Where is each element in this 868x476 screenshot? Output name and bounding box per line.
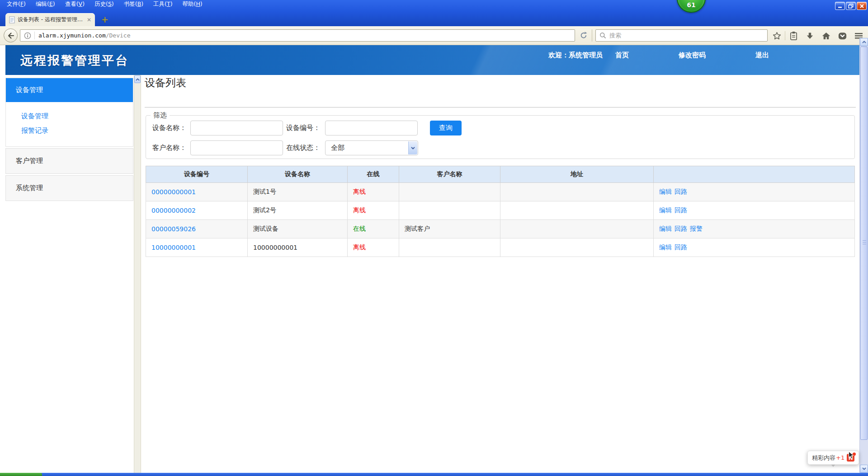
device-id-link[interactable]: 00000000002 bbox=[151, 207, 196, 214]
action-link-edit[interactable]: 编辑 bbox=[659, 243, 672, 251]
customer-name-input[interactable] bbox=[190, 140, 283, 155]
device-name-label: 设备名称： bbox=[152, 121, 186, 135]
close-button[interactable] bbox=[857, 2, 867, 10]
promo-text: 精彩内容 bbox=[812, 454, 835, 462]
search-box[interactable] bbox=[595, 29, 768, 42]
site-info-icon bbox=[24, 32, 31, 39]
url-bar[interactable]: alarm.xjymunion.com/Device bbox=[20, 29, 575, 42]
device-table: 设备编号 设备名称 在线 客户名称 地址 00000000001 测试1号 离线… bbox=[146, 166, 855, 257]
start-button-edge[interactable] bbox=[0, 473, 42, 476]
menu-view[interactable]: 查看(V) bbox=[60, 0, 90, 9]
back-button[interactable] bbox=[4, 28, 18, 42]
col-address: 地址 bbox=[500, 166, 654, 183]
change-password-link[interactable]: 修改密码 bbox=[679, 51, 706, 60]
sidebar-section-device-management[interactable]: 设备管理 bbox=[6, 78, 133, 102]
scroll-up-button[interactable] bbox=[860, 38, 868, 46]
menu-history[interactable]: 历史(S) bbox=[90, 0, 119, 9]
home-button[interactable] bbox=[818, 29, 834, 42]
action-link-edit[interactable]: 编辑 bbox=[659, 188, 672, 195]
home-icon bbox=[821, 32, 831, 40]
notification-badge[interactable]: 61 bbox=[677, 0, 706, 13]
search-icon bbox=[599, 32, 606, 39]
col-device-name: 设备名称 bbox=[248, 166, 348, 183]
tab-close-icon[interactable]: ✕ bbox=[87, 17, 91, 23]
sidebar-section-system-management[interactable]: 系统管理 bbox=[5, 175, 133, 201]
action-link-edit[interactable]: 编辑 bbox=[659, 225, 672, 232]
select-arrow-button[interactable] bbox=[408, 141, 417, 154]
minimize-icon bbox=[838, 4, 843, 8]
filter-legend: 筛选 bbox=[151, 111, 170, 120]
device-id-link[interactable]: 00000059026 bbox=[151, 225, 196, 233]
status-badge: 离线 bbox=[353, 188, 366, 195]
customer-cell bbox=[399, 183, 500, 201]
action-link-circuit[interactable]: 回路 bbox=[675, 225, 687, 232]
device-name-cell: 测试2号 bbox=[248, 201, 348, 220]
device-no-input[interactable] bbox=[325, 121, 418, 135]
tab-title: 设备列表 - 远程报警管理… bbox=[18, 16, 85, 23]
pocket-icon bbox=[838, 31, 847, 41]
toolbar-icons bbox=[769, 29, 867, 42]
col-device-id: 设备编号 bbox=[146, 166, 248, 183]
browser-tab[interactable]: 设备列表 - 远程报警管理… ✕ bbox=[5, 13, 95, 26]
bookmarks-menu-button[interactable] bbox=[785, 29, 802, 42]
menu-edit[interactable]: 编辑(E) bbox=[31, 0, 60, 9]
promo-count: +1 bbox=[836, 454, 844, 461]
title-divider bbox=[145, 107, 856, 107]
downloads-button[interactable] bbox=[802, 29, 818, 42]
action-link-alarm[interactable]: 报警 bbox=[690, 225, 703, 232]
device-name-input[interactable] bbox=[190, 121, 283, 135]
scrollbar-thumb[interactable] bbox=[860, 47, 868, 440]
customer-name-label: 客户名称： bbox=[152, 140, 186, 155]
status-badge: 离线 bbox=[353, 206, 366, 214]
device-name-cell: 10000000001 bbox=[248, 238, 348, 257]
search-input[interactable] bbox=[609, 32, 764, 39]
toolbar-separator bbox=[592, 29, 592, 42]
menu-bookmarks[interactable]: 书签(B) bbox=[119, 0, 148, 9]
action-link-circuit[interactable]: 回路 bbox=[675, 243, 687, 251]
download-arrow-icon bbox=[806, 32, 814, 40]
window-scrollbar[interactable] bbox=[859, 38, 868, 473]
chevron-up-icon bbox=[136, 78, 140, 81]
new-tab-button[interactable]: + bbox=[101, 14, 108, 24]
tab-favicon-icon bbox=[9, 16, 15, 23]
minimize-button[interactable] bbox=[835, 2, 845, 10]
logout-link[interactable]: 退出 bbox=[755, 51, 769, 60]
restore-button[interactable] bbox=[846, 2, 856, 10]
col-online: 在线 bbox=[348, 166, 399, 183]
device-id-link[interactable]: 00000000001 bbox=[151, 188, 196, 196]
content-scroll-up-button[interactable] bbox=[134, 75, 141, 83]
action-link-circuit[interactable]: 回路 bbox=[675, 206, 687, 214]
sidebar-item-device-management[interactable]: 设备管理 bbox=[6, 109, 133, 124]
nav-toolbar: alarm.xjymunion.com/Device bbox=[0, 26, 868, 45]
online-status-select[interactable]: 全部 bbox=[325, 140, 418, 155]
action-link-edit[interactable]: 编辑 bbox=[659, 206, 672, 214]
query-button[interactable]: 查询 bbox=[430, 121, 462, 135]
sidebar-group-device: 设备管理 设备管理 报警记录 bbox=[5, 78, 133, 147]
scroll-down-button[interactable] bbox=[860, 465, 868, 473]
pocket-button[interactable] bbox=[834, 29, 850, 42]
reload-button[interactable] bbox=[579, 30, 589, 40]
menu-help[interactable]: 帮助(H) bbox=[178, 0, 208, 9]
reload-icon bbox=[580, 31, 588, 39]
home-link[interactable]: 首页 bbox=[615, 51, 629, 60]
welcome-text: 欢迎：系统管理员 bbox=[548, 51, 603, 60]
device-id-link[interactable]: 10000000001 bbox=[151, 244, 196, 251]
window-chrome: 文件(F) 编辑(E) 查看(V) 历史(S) 书签(B) 工具(T) 帮助(H… bbox=[0, 0, 868, 26]
bookmark-star-button[interactable] bbox=[769, 29, 785, 42]
sidebar-section-customer-management[interactable]: 客户管理 bbox=[5, 148, 133, 174]
table-row: 10000000001 10000000001 离线 编辑回路 bbox=[146, 238, 855, 257]
content-scrollbar[interactable] bbox=[134, 75, 141, 473]
table-row: 00000000002 测试2号 离线 编辑回路 bbox=[146, 201, 855, 220]
action-link-circuit[interactable]: 回路 bbox=[675, 188, 687, 195]
sidebar-item-alarm-records[interactable]: 报警记录 bbox=[6, 124, 133, 138]
device-name-cell: 测试设备 bbox=[248, 220, 348, 238]
app-title: 远程报警管理平台 bbox=[20, 52, 129, 69]
address-cell bbox=[500, 201, 654, 220]
page-banner: 远程报警管理平台 欢迎：系统管理员 首页 修改密码 退出 bbox=[5, 45, 859, 75]
close-icon bbox=[859, 4, 864, 9]
menu-file[interactable]: 文件(F) bbox=[2, 0, 31, 9]
url-divider bbox=[34, 32, 35, 39]
address-cell bbox=[500, 238, 654, 257]
notification-count: 61 bbox=[687, 1, 695, 9]
menu-tools[interactable]: 工具(T) bbox=[148, 0, 177, 9]
